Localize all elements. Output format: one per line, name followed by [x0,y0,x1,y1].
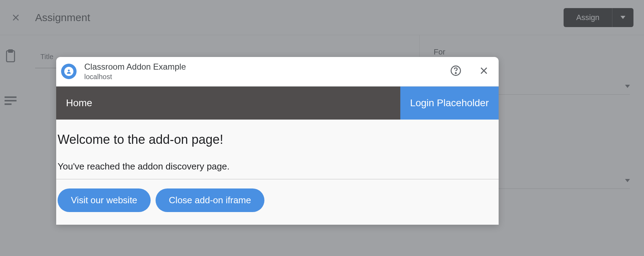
modal-header: Classroom Addon Example localhost [56,57,499,87]
iframe-body-text: You've reached the addon discovery page. [56,161,499,179]
iframe-heading: Welcome to the add-on page! [56,132,499,147]
addon-modal: Classroom Addon Example localhost Home [56,57,499,225]
modal-header-actions [450,65,489,78]
modal-subtitle: localhost [84,72,450,81]
iframe-button-row: Visit our website Close add-on iframe [56,188,499,212]
addon-iframe-content: Home Login Placeholder Welcome to the ad… [56,87,499,225]
visit-website-button[interactable]: Visit our website [58,188,151,212]
modal-title: Classroom Addon Example [84,62,450,72]
svg-point-9 [455,73,456,74]
help-icon[interactable] [450,65,461,78]
nav-login-button[interactable]: Login Placeholder [400,87,499,120]
addon-icon [61,64,77,79]
close-iframe-button[interactable]: Close add-on iframe [156,188,264,212]
nav-home-link[interactable]: Home [56,87,400,120]
close-icon[interactable] [479,66,489,77]
iframe-body: Welcome to the add-on page! You've reach… [56,120,499,225]
svg-point-7 [68,70,70,71]
iframe-nav: Home Login Placeholder [56,87,499,120]
modal-titles: Classroom Addon Example localhost [84,62,450,81]
